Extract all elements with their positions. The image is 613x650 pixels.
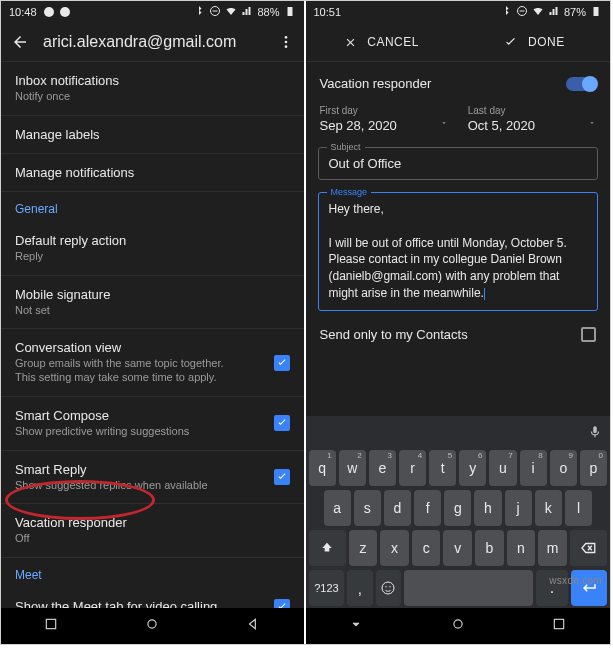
row-smart-reply[interactable]: Smart Reply Show suggested replies when … — [1, 451, 304, 504]
whatsapp-icon — [59, 6, 71, 18]
svg-point-15 — [389, 586, 390, 587]
svg-point-7 — [284, 45, 287, 48]
key-z[interactable]: z — [349, 530, 378, 566]
key-row-1: q1w2e3r4t5y6u7i8o9p0 — [306, 448, 611, 488]
chevron-down-icon — [440, 113, 448, 131]
key-y[interactable]: y6 — [459, 450, 486, 486]
key-symbols[interactable]: ?123 — [309, 570, 345, 606]
overflow-icon[interactable] — [278, 34, 294, 50]
key-s[interactable]: s — [354, 490, 381, 526]
key-p[interactable]: p0 — [580, 450, 607, 486]
spotify-icon — [43, 6, 55, 18]
settings-screen: 10:48 88% arici.alexandra@gmail.com Inbo… — [1, 1, 306, 644]
key-n[interactable]: n — [507, 530, 536, 566]
row-inbox-notifications[interactable]: Inbox notifications Notify once — [1, 62, 304, 115]
row-conversation-view[interactable]: Conversation view Group emails with the … — [1, 329, 304, 396]
key-l[interactable]: l — [565, 490, 592, 526]
message-field[interactable]: Message Hey there, I will be out of offi… — [318, 192, 599, 311]
nav-home-icon[interactable] — [145, 617, 159, 635]
action-bar: CANCEL DONE — [306, 23, 611, 61]
key-i[interactable]: i8 — [520, 450, 547, 486]
subject-field[interactable]: Subject Out of Office — [318, 147, 599, 180]
svg-rect-12 — [594, 7, 599, 16]
key-v[interactable]: v — [443, 530, 472, 566]
done-button[interactable]: DONE — [458, 35, 610, 50]
nav-home-icon[interactable] — [451, 617, 465, 635]
key-e[interactable]: e3 — [369, 450, 396, 486]
key-period[interactable]: . — [536, 570, 568, 606]
status-bar: 10:51 87% — [306, 1, 611, 23]
svg-rect-17 — [555, 619, 564, 628]
nav-back-icon[interactable] — [552, 617, 566, 635]
key-g[interactable]: g — [444, 490, 471, 526]
nav-keyboard-hide-icon[interactable] — [349, 617, 363, 635]
nav-recent-icon[interactable] — [44, 617, 58, 635]
key-enter[interactable] — [571, 570, 607, 606]
key-o[interactable]: o9 — [550, 450, 577, 486]
checkbox-meet-tab[interactable] — [274, 599, 290, 609]
key-m[interactable]: m — [538, 530, 567, 566]
key-w[interactable]: w2 — [339, 450, 366, 486]
key-row-4: ?123 , . — [306, 568, 611, 608]
key-h[interactable]: h — [474, 490, 501, 526]
row-mobile-signature[interactable]: Mobile signature Not set — [1, 276, 304, 329]
row-manage-notifications[interactable]: Manage notifications — [1, 154, 304, 191]
message-text: Hey there, I will be out of office until… — [329, 201, 588, 302]
key-emoji[interactable] — [376, 570, 401, 606]
row-meet-tab[interactable]: Show the Meet tab for video calling — [1, 588, 304, 608]
row-default-reply[interactable]: Default reply action Reply — [1, 222, 304, 275]
svg-rect-3 — [213, 11, 218, 12]
battery-text: 88% — [257, 6, 279, 18]
key-row-3: zxcvbnm — [306, 528, 611, 568]
key-f[interactable]: f — [414, 490, 441, 526]
nav-back-icon[interactable] — [246, 617, 260, 635]
key-shift[interactable] — [309, 530, 346, 566]
date-range: First day Sep 28, 2020 Last day Oct 5, 2… — [306, 105, 611, 141]
battery-text: 87% — [564, 6, 586, 18]
key-backspace[interactable] — [570, 530, 607, 566]
key-b[interactable]: b — [475, 530, 504, 566]
bluetooth-icon — [193, 5, 205, 19]
back-icon[interactable] — [11, 33, 29, 51]
svg-rect-8 — [47, 619, 56, 628]
row-send-only-contacts[interactable]: Send only to my Contacts — [306, 317, 611, 352]
first-day-picker[interactable]: First day Sep 28, 2020 — [320, 105, 448, 133]
cancel-button[interactable]: CANCEL — [306, 35, 458, 49]
key-x[interactable]: x — [380, 530, 409, 566]
checkbox-smart-compose[interactable] — [274, 415, 290, 431]
last-day-picker[interactable]: Last day Oct 5, 2020 — [468, 105, 596, 133]
key-u[interactable]: u7 — [489, 450, 516, 486]
checkbox-conversation-view[interactable] — [274, 355, 290, 371]
key-d[interactable]: d — [384, 490, 411, 526]
svg-point-1 — [60, 7, 70, 17]
row-manage-labels[interactable]: Manage labels — [1, 116, 304, 153]
key-t[interactable]: t5 — [429, 450, 456, 486]
signal-icon — [548, 5, 560, 19]
row-vacation-responder[interactable]: Vacation responder Off — [1, 504, 304, 557]
checkbox-send-only[interactable] — [581, 327, 596, 342]
toggle-switch[interactable] — [566, 77, 596, 91]
key-a[interactable]: a — [324, 490, 351, 526]
key-comma[interactable]: , — [347, 570, 372, 606]
toggle-vacation-responder[interactable]: Vacation responder — [306, 62, 611, 105]
signal-icon — [241, 5, 253, 19]
status-time: 10:48 — [9, 6, 37, 18]
mic-icon[interactable] — [588, 425, 602, 443]
keyboard: q1w2e3r4t5y6u7i8o9p0 asdfghjkl zxcvbnm ?… — [306, 416, 611, 608]
svg-rect-11 — [519, 11, 524, 12]
key-r[interactable]: r4 — [399, 450, 426, 486]
key-k[interactable]: k — [535, 490, 562, 526]
checkbox-smart-reply[interactable] — [274, 469, 290, 485]
battery-icon — [590, 5, 602, 19]
row-smart-compose[interactable]: Smart Compose Show predictive writing su… — [1, 397, 304, 450]
svg-point-9 — [148, 620, 156, 628]
key-c[interactable]: c — [412, 530, 441, 566]
dnd-icon — [209, 5, 221, 19]
wifi-icon — [532, 5, 544, 19]
key-j[interactable]: j — [505, 490, 532, 526]
svg-point-16 — [454, 620, 462, 628]
svg-point-0 — [44, 7, 54, 17]
suggestion-bar — [306, 420, 611, 448]
key-space[interactable] — [404, 570, 533, 606]
key-q[interactable]: q1 — [309, 450, 336, 486]
